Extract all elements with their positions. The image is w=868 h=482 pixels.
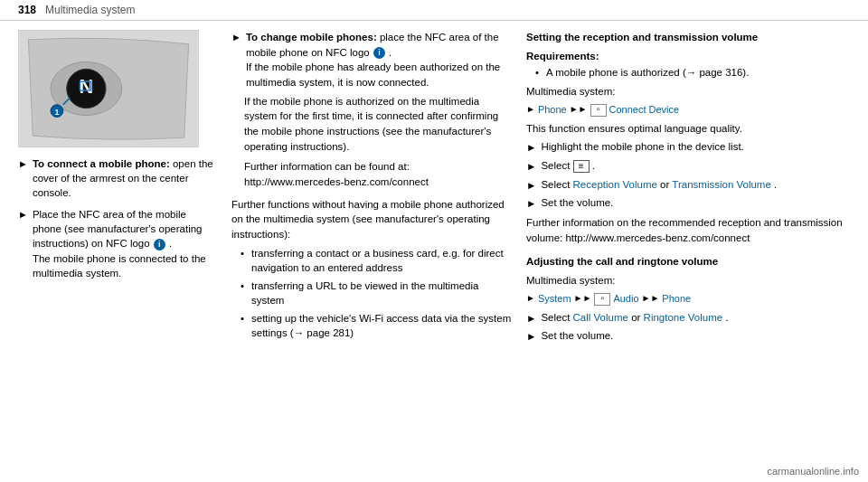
function-item-3: setting up the vehicle's Wi-Fi access da…: [241, 311, 512, 340]
reception-volume-link: Reception Volume: [573, 179, 657, 190]
requirement-item-1: A mobile phone is authorized (→ page 316…: [535, 65, 850, 80]
nav-arrow-start: ►: [526, 103, 535, 117]
step-select-volume: ► Select Reception Volume or Transmissio…: [526, 177, 850, 194]
ringtone-volume-link: Ringtone Volume: [644, 312, 723, 323]
car-image: N 1: [18, 30, 199, 147]
step-arrow-4: ►: [526, 196, 536, 212]
page-header: 318 Multimedia system: [0, 0, 868, 21]
left-column: N 1 ► To connect a mobile phone:: [18, 30, 217, 354]
nav-path-1: ► Phone ►► ▫ Connect Device: [526, 103, 850, 118]
page-title: Multimedia system: [45, 4, 135, 16]
nav-audio-label: Audio: [613, 292, 638, 307]
ringtone-volume-section: Adjusting the call and ringtone volume M…: [526, 254, 850, 345]
step-arrow-2: ►: [526, 159, 536, 175]
step-highlight-text: Highlight the mobile phone in the device…: [541, 139, 743, 155]
step-select-volume-2: ► Select Call Volume or Ringtone Volume …: [526, 310, 850, 326]
change-phone-label: To change mobile phones:: [246, 32, 377, 43]
function-item-2: transferring a URL to be viewed in the m…: [241, 279, 512, 307]
requirements-heading: Requirements:: [526, 49, 850, 64]
step-volume-text: Select Reception Volume or Transmission …: [541, 177, 777, 193]
middle-column: ► To change mobile phones: place the NFC…: [231, 30, 512, 354]
nfc-logo-icon: i: [373, 47, 385, 59]
nav-double-arrow-3: ►►: [642, 292, 660, 306]
arrow-icon-2: ►: [18, 208, 28, 222]
change-phone-text: To change mobile phones: place the NFC a…: [246, 30, 512, 90]
quality-text: This function ensures optimal language q…: [526, 121, 850, 137]
svg-text:1: 1: [54, 108, 59, 117]
arrow-icon-1: ►: [18, 157, 28, 171]
step-arrow-5: ►: [526, 311, 536, 326]
ringtone-heading: Adjusting the call and ringtone volume: [526, 254, 850, 269]
nav-icon-box-2: ▫: [594, 293, 610, 306]
step-set-volume-text-2: Set the volume.: [541, 328, 613, 344]
nav-phone-label-2: Phone: [662, 292, 691, 307]
nav-path-2: ► System ►► ▫ Audio ►► Phone: [526, 292, 850, 307]
bullet-nfc-area: ► Place the NFC area of the mobile phone…: [18, 207, 217, 279]
multimedia-label: Multimedia system:: [526, 84, 850, 99]
step-volume-text-2: Select Call Volume or Ringtone Volume .: [541, 310, 728, 326]
info-circle-1: i: [154, 239, 165, 250]
function-item-3-text: setting up the vehicle's Wi-Fi access da…: [251, 313, 511, 338]
nav-system-label: System: [538, 292, 571, 307]
function-item-2-text: transferring a URL to be viewed in the m…: [251, 280, 478, 306]
bullet-nfc-label: Place the NFC area: [33, 209, 124, 220]
bullet-connect-label: To connect a mobile phone:: [33, 158, 170, 169]
step-set-volume: ► Set the volume.: [526, 195, 850, 212]
call-volume-link: Call Volume: [573, 312, 628, 323]
reception-volume-section: Setting the reception and transmission v…: [526, 30, 850, 245]
nav-icon-box: ▫: [590, 104, 607, 117]
change-phone-para2: If the mobile phone is authorized on the…: [244, 94, 512, 155]
page-number: 318: [18, 4, 36, 16]
requirements-list: A mobile phone is authorized (→ page 316…: [526, 65, 850, 80]
bullet-connect-phone: ► To connect a mobile phone: open the co…: [18, 156, 217, 200]
step-arrow-1: ►: [526, 140, 536, 156]
step-select-period: .: [592, 160, 595, 171]
requirement-text: A mobile phone is authorized (→ page 316…: [546, 67, 749, 78]
change-phone-section: ► To change mobile phones: place the NFC…: [231, 30, 512, 190]
nav-double-arrow: ►►: [570, 103, 588, 117]
further-info-2: Further information on the recommended r…: [526, 215, 850, 245]
watermark: carmanualonline.info: [767, 466, 859, 477]
step-arrow-3: ►: [526, 178, 536, 194]
bullet-connect-text: To connect a mobile phone: open the cove…: [33, 156, 217, 200]
multimedia-label-2: Multimedia system:: [526, 273, 850, 288]
bullet-nfc-text: Place the NFC area of the mobile phone (…: [33, 207, 217, 279]
step-select: ► Select ≡ .: [526, 158, 850, 175]
reception-volume-heading: Setting the reception and transmission v…: [526, 30, 850, 45]
step-set-volume-2: ► Set the volume.: [526, 328, 850, 345]
step-set-volume-text: Set the volume.: [541, 195, 613, 211]
connect-device-label: Connect Device: [609, 103, 680, 118]
nav-arrow-start-2: ►: [526, 292, 535, 306]
step-highlight: ► Highlight the mobile phone in the devi…: [526, 139, 850, 156]
step-arrow-6: ►: [526, 329, 536, 345]
change-phone-header: ► To change mobile phones: place the NFC…: [231, 30, 512, 90]
step-select-text: Select ≡ .: [541, 158, 595, 174]
function-item-1-text: transferring a contact or a business car…: [251, 248, 504, 273]
further-info: Further information can be found at: htt…: [244, 159, 512, 189]
function-item-1: transferring a contact or a business car…: [241, 246, 512, 275]
right-column: Setting the reception and transmission v…: [526, 30, 850, 354]
functions-intro: Further functions without having a mobil…: [231, 197, 512, 242]
nav-double-arrow-2: ►►: [574, 292, 592, 306]
functions-section: Further functions without having a mobil…: [231, 197, 512, 341]
functions-list: transferring a contact or a business car…: [231, 246, 512, 341]
arrow-icon-3: ►: [231, 31, 241, 45]
main-content: N 1 ► To connect a mobile phone:: [0, 21, 868, 363]
transmission-volume-link: Transmission Volume: [672, 179, 771, 190]
nav-phone-label: Phone: [538, 103, 567, 118]
select-icon: ≡: [573, 160, 590, 173]
